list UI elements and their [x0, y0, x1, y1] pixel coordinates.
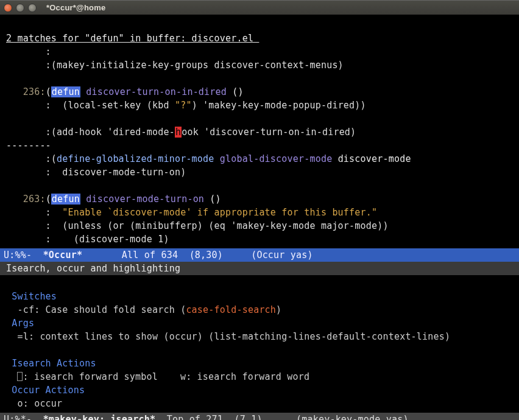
- buffer-name: *Occur*: [43, 250, 83, 261]
- occur-line: :: [6, 46, 51, 57]
- help-line: : isearch forward symbol w: isearch forw…: [23, 371, 309, 382]
- help-line: [6, 371, 17, 382]
- occur-line: : (unless (or (minibufferp) (eq 'makey-k…: [6, 220, 389, 231]
- help-buffer[interactable]: Switches -cf: Case should fold search (c…: [0, 275, 519, 413]
- help-title: Isearch, occur and highlighting: [0, 262, 519, 275]
- section-occur-actions: Occur Actions: [6, 385, 85, 396]
- match-highlight: defun: [51, 86, 80, 97]
- keyword: define-globalized-minor-mode: [57, 153, 214, 164]
- buffer-name: *makey-key: isearch*: [43, 414, 156, 420]
- help-line: ): [276, 304, 281, 315]
- mode-name: global-discover-mode: [214, 153, 333, 164]
- modeline-info: Top of 271 (7,1) (makey-key-mode yas): [155, 414, 408, 420]
- close-icon[interactable]: [4, 4, 12, 12]
- occur-header: 2 matches for "defun" in buffer: discove…: [6, 33, 259, 44]
- modeline-info: All of 634 (8,30) (Occur yas): [82, 250, 312, 261]
- match-highlight: defun: [51, 194, 80, 205]
- string-literal: "?": [175, 100, 192, 111]
- line-number: 236:: [6, 86, 46, 97]
- modeline-makey: U:%*- *makey-key: isearch* Top of 271 (7…: [0, 413, 519, 420]
- section-isearch-actions: Isearch Actions: [6, 358, 96, 369]
- occur-line: :(: [6, 153, 57, 164]
- line-number: 263:: [6, 194, 46, 205]
- maximize-icon[interactable]: [28, 4, 37, 12]
- docstring: "Enable `discover-mode' if appropriate f…: [62, 207, 377, 218]
- function-name: discover-turn-on-in-dired: [80, 86, 227, 97]
- paren: (): [227, 86, 244, 97]
- window-title: *Occur*@home: [46, 3, 515, 12]
- window-titlebar: *Occur*@home: [0, 0, 519, 15]
- occur-line: : (discover-mode 1): [6, 234, 169, 245]
- occur-line: :: [6, 207, 62, 218]
- occur-line: ook 'discover-turn-on-in-dired): [182, 127, 356, 138]
- section-switches: Switches: [6, 291, 57, 302]
- occur-line: : discover-mode-turn-on): [6, 167, 186, 178]
- occur-buffer[interactable]: 2 matches for "defun" in buffer: discove…: [0, 15, 519, 248]
- occur-line: : (local-set-key (kbd: [6, 100, 175, 111]
- text: discover-mode: [332, 153, 411, 164]
- occur-line: ) 'makey-key-mode-popup-dired)): [192, 100, 366, 111]
- text-cursor: h: [175, 127, 182, 138]
- occur-line: :(makey-initialize-key-groups discover-c…: [6, 60, 344, 71]
- occur-separator: --------: [6, 140, 51, 151]
- help-line: =l: context lines to show (occur) (list-…: [6, 331, 450, 342]
- occur-line: :(add-hook 'dired-mode-: [6, 127, 175, 138]
- option-name: case-fold-search: [186, 304, 276, 315]
- minimize-icon[interactable]: [16, 4, 24, 12]
- modeline-occur: U:%%- *Occur* All of 634 (8,30) (Occur y…: [0, 248, 519, 262]
- paren: (): [204, 194, 221, 205]
- help-line: o: occur: [6, 398, 62, 409]
- section-args: Args: [6, 318, 34, 329]
- modeline-status: U:%*-: [4, 414, 43, 420]
- modeline-status: U:%%-: [4, 250, 43, 261]
- function-name: discover-mode-turn-on: [80, 194, 204, 205]
- help-line: -cf: Case should fold search (: [6, 304, 186, 315]
